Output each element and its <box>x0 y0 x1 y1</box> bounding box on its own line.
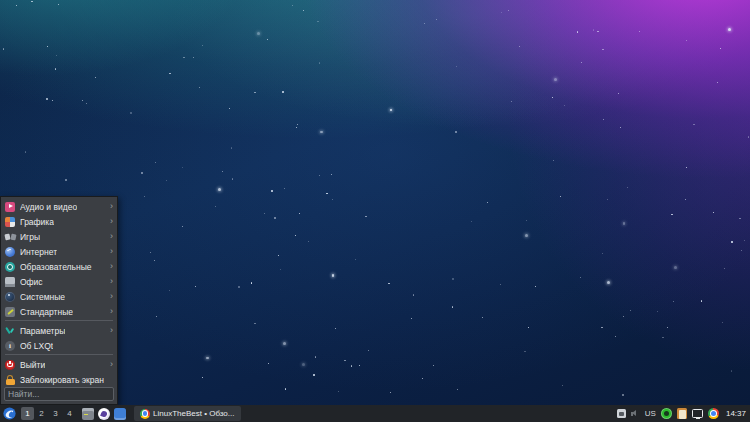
screen-icon[interactable] <box>692 409 703 418</box>
menu-item-label: Заблокировать экран <box>20 375 104 385</box>
paint-app-icon[interactable] <box>98 408 110 420</box>
submenu-arrow-icon: › <box>110 292 113 301</box>
taskbar: 1234 LinuxTheBest • Обзо... US 14:37 <box>0 405 750 422</box>
menu-item-label: Офис <box>20 277 43 287</box>
workspace-button-2[interactable]: 2 <box>35 407 48 420</box>
terminal-icon[interactable] <box>82 408 94 420</box>
workspace-button-4[interactable]: 4 <box>63 407 76 420</box>
submenu-arrow-icon: › <box>110 232 113 241</box>
submenu-arrow-icon: › <box>110 247 113 256</box>
app-menu-button[interactable] <box>2 406 17 421</box>
menu-item[interactable]: Игры › <box>1 229 117 244</box>
menu-item-label: Системные <box>20 292 65 302</box>
menu-item[interactable]: Выйти › <box>1 357 117 372</box>
internet-icon <box>5 247 15 257</box>
submenu-arrow-icon: › <box>110 326 113 335</box>
menu-item-label: Образовательные <box>20 262 92 272</box>
lxqt-logo-icon <box>3 407 16 420</box>
about-lxqt-icon <box>5 341 15 351</box>
workspace-button-3[interactable]: 3 <box>49 407 62 420</box>
system-icon <box>5 292 15 302</box>
menu-item-label: Игры <box>20 232 40 242</box>
settings-icon <box>5 326 15 336</box>
menu-item-label: Выйти <box>20 360 45 370</box>
menu-separator <box>5 354 113 355</box>
volume-icon[interactable] <box>631 409 640 418</box>
logout-icon <box>5 360 15 370</box>
menu-item[interactable]: Системные › <box>1 289 117 304</box>
menu-search-input[interactable] <box>4 387 114 401</box>
clock[interactable]: 14:37 <box>726 409 746 418</box>
keyboard-layout-indicator[interactable]: US <box>645 409 656 418</box>
submenu-arrow-icon: › <box>110 202 113 211</box>
menu-separator <box>5 320 113 321</box>
menu-item[interactable]: Аудио и видео › <box>1 199 117 214</box>
workspace-switcher: 1234 <box>21 407 76 420</box>
accessories-icon <box>5 307 15 317</box>
menu-item-label: Параметры <box>20 326 65 336</box>
menu-item[interactable]: Офис › <box>1 274 117 289</box>
menu-item[interactable]: Графика › <box>1 214 117 229</box>
quick-launch <box>82 408 126 420</box>
submenu-arrow-icon: › <box>110 360 113 369</box>
submenu-arrow-icon: › <box>110 277 113 286</box>
education-icon <box>5 262 15 272</box>
menu-item-label: Об LXQt <box>20 341 53 351</box>
audio-video-icon <box>5 202 15 212</box>
lock-screen-icon <box>5 375 15 385</box>
menu-item[interactable]: Заблокировать экран <box>1 372 117 387</box>
keyboard-indicator-icon[interactable] <box>617 409 626 418</box>
menu-item[interactable]: Об LXQt <box>1 338 117 353</box>
menu-item-label: Графика <box>20 217 54 227</box>
chrome-icon <box>140 409 150 419</box>
menu-item-label: Стандартные <box>20 307 73 317</box>
office-icon <box>5 277 15 287</box>
menu-item-label: Аудио и видео <box>20 202 77 212</box>
task-button[interactable]: LinuxTheBest • Обзо... <box>134 406 241 421</box>
menu-item[interactable]: Образовательные › <box>1 259 117 274</box>
menu-item-label: Интернет <box>20 247 57 257</box>
chrome-icon[interactable] <box>708 408 719 419</box>
workspace-button-1[interactable]: 1 <box>21 407 34 420</box>
system-tray: US 14:37 <box>617 408 748 419</box>
submenu-arrow-icon: › <box>110 307 113 316</box>
submenu-arrow-icon: › <box>110 217 113 226</box>
menu-item[interactable]: Стандартные › <box>1 304 117 319</box>
games-icon <box>5 232 15 242</box>
submenu-arrow-icon: › <box>110 262 113 271</box>
menu-item[interactable]: Параметры › <box>1 323 117 338</box>
graphics-icon <box>5 217 15 227</box>
application-menu: Аудио и видео › Графика › Игры › Интерне… <box>0 196 118 405</box>
menu-list: Аудио и видео › Графика › Игры › Интерне… <box>1 199 117 387</box>
menu-item[interactable]: Интернет › <box>1 244 117 259</box>
recorder-icon[interactable] <box>661 408 672 419</box>
messenger-icon[interactable] <box>114 408 126 420</box>
task-title: LinuxTheBest • Обзо... <box>153 409 235 418</box>
clipboard-icon[interactable] <box>677 408 687 419</box>
